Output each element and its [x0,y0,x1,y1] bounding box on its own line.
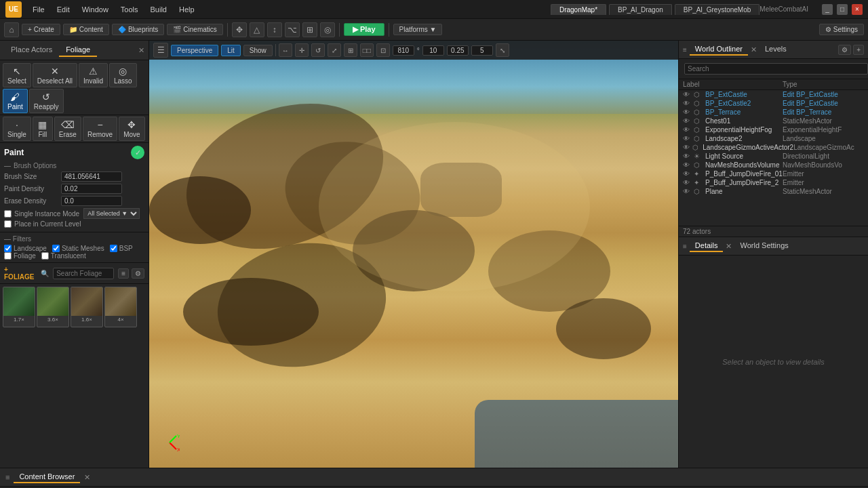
foliage-item-3[interactable]: 4× [104,287,137,327]
tab-content-browser[interactable]: Content Browser [14,471,80,483]
foliage-list-view-icon[interactable]: ≡ [118,268,129,279]
toolbar-home-icon[interactable]: ⌂ [4,22,19,37]
foliage-paint-btn[interactable]: 🖌 Paint [3,89,28,113]
ol-item-plane[interactable]: 👁 ⬡ Plane StaticMeshActor [679,187,868,196]
place-current-level-checkbox[interactable] [4,220,12,228]
scale-view-icon[interactable]: ⤢ [328,43,341,57]
foliage-single-btn[interactable]: · Single [3,117,31,141]
ol-item-buff-fire2[interactable]: 👁 ✦ P_Buff_JumpDiveFire_2 Emitter [679,178,868,187]
brush-size-input[interactable] [61,171,122,182]
camera-move-icon[interactable]: ↔ [279,43,292,57]
snap-grid-icon[interactable]: ⊞ [344,43,357,57]
menu-file[interactable]: File [27,4,50,15]
single-instance-checkbox[interactable] [4,210,12,218]
tab-foliage[interactable]: Foliage [59,43,97,57]
viewport[interactable]: ☰ Perspective Lit Show ↔ ✛ ↺ ⤢ ⊞ □□ ⊡ 81… [149,41,678,468]
tab-world-settings[interactable]: World Settings [734,240,793,252]
tab-bp-ai-greystone[interactable]: BP_AI_GreystoneMob [675,4,760,15]
tab-place-actors[interactable]: Place Actors [4,43,59,57]
cinematics-button[interactable]: 🎬 Cinematics [167,24,222,35]
snap-icon[interactable]: ⌥ [285,22,300,37]
ol-item-landscape-gizmo[interactable]: 👁 ⬡ LandscapeGizmoActiveActor2 Landscape… [679,143,868,152]
fullscreen-icon[interactable]: ⤡ [496,43,509,57]
content-button[interactable]: 📁 Content [63,24,109,35]
create-button[interactable]: + Create [22,24,60,35]
outliner-close-icon[interactable]: ✕ [751,45,757,54]
outliner-search-input[interactable] [684,63,868,75]
show-button[interactable]: Show [243,45,273,56]
translucent-checkbox[interactable] [41,252,49,260]
ol-item-navmesh[interactable]: 👁 ⬡ NavMeshBoundsVolume NavMeshBoundsVo [679,161,868,169]
menu-tools[interactable]: Tools [115,4,144,15]
foliage-select-btn[interactable]: ↖ Select [3,63,31,87]
actor-name-bp-extcastle[interactable]: BP_ExtCastle [705,91,783,98]
foliage-item-1[interactable]: 3.6× [37,287,69,327]
camera-icon[interactable]: ◎ [320,22,335,37]
maximize-button[interactable]: □ [837,4,848,15]
menu-build[interactable]: Build [145,4,172,15]
foliage-checkbox[interactable] [4,252,12,260]
ol-item-chest01[interactable]: 👁 ⬡ Chest01 StaticMeshActor [679,117,868,125]
ol-item-light-source[interactable]: 👁 ☀ Light Source DirectionalLight [679,152,868,161]
maximize-viewport-icon[interactable]: ⊡ [376,43,390,57]
settings-button[interactable]: ⚙ Settings [819,24,864,35]
minimize-button[interactable]: _ [822,4,833,15]
tab-levels[interactable]: Levels [760,43,792,56]
transform-icon[interactable]: ✥ [232,22,247,37]
tab-dragon-map[interactable]: DragonMap* [551,4,606,15]
foliage-deselect-btn[interactable]: ✕ Deselect All [33,63,77,87]
cb-close-icon[interactable]: ✕ [84,473,90,482]
ol-item-bp-extcastle2[interactable]: 👁 ⬡ BP_ExtCastle2 Edit BP_ExtCastle [679,99,868,108]
scale-icon[interactable]: ↕ [267,22,282,37]
bsp-checkbox[interactable] [110,245,117,252]
platforms-button[interactable]: Platforms ▼ [393,24,443,35]
translate-icon[interactable]: ✛ [295,43,309,57]
tab-bp-ai-dragon[interactable]: BP_AI_Dragon [609,4,672,15]
static-meshes-checkbox[interactable] [52,245,60,252]
lit-button[interactable]: Lit [221,45,241,56]
foliage-reapply-btn[interactable]: ↺ Reapply [29,89,64,113]
foliage-fill-btn[interactable]: ▦ Fill [33,117,53,141]
actor-name-light-source[interactable]: Light Source [705,152,783,160]
details-close-icon[interactable]: ✕ [726,242,732,251]
tab-details[interactable]: Details [690,240,724,252]
actor-name-plane[interactable]: Plane [705,188,783,195]
actor-name-fire2[interactable]: P_Buff_JumpDiveFire_2 [705,179,783,186]
actor-name-bp-terrace[interactable]: BP_Terrace [705,108,783,116]
actor-name-fire1[interactable]: P_Buff_JumpDiveFire_01 [705,170,783,178]
actor-name-gizmo[interactable]: LandscapeGizmoActiveActor2 [703,144,793,151]
foliage-item-2[interactable]: 1.6× [71,287,103,327]
viewport-hamburger-icon[interactable]: ☰ [153,43,168,58]
menu-window[interactable]: Window [77,4,114,15]
foliage-lasso-btn[interactable]: ◎ Lasso [109,63,137,87]
ol-item-bp-terrace[interactable]: 👁 ⬡ BP_Terrace Edit BP_Terrace [679,108,868,117]
foliage-invalid-btn[interactable]: ⚠ Invalid [79,63,108,87]
paint-active-button[interactable]: ✓ [131,146,144,159]
ol-item-landscape2[interactable]: 👁 ⬡ Landscape2 Landscape [679,134,868,143]
foliage-search-input[interactable] [53,268,114,279]
tab-world-outliner[interactable]: World Outliner [690,43,748,56]
actor-name-navmesh[interactable]: NavMeshBoundsVolume [705,161,783,169]
menu-help[interactable]: Help [174,4,200,15]
menu-edit[interactable]: Edit [52,4,75,15]
left-panel-close[interactable]: ✕ [138,46,144,55]
outliner-list-icon[interactable]: + [853,45,864,55]
rotate-icon[interactable]: △ [250,22,264,37]
actor-name-fog[interactable]: ExponentialHeightFog [705,126,783,134]
foliage-settings-icon[interactable]: ⚙ [132,268,144,279]
outliner-settings-icon[interactable]: ⚙ [838,45,851,55]
ol-item-buff-fire1[interactable]: 👁 ✦ P_Buff_JumpDiveFire_01 Emitter [679,169,868,178]
rotate-view-icon[interactable]: ↺ [311,43,325,57]
landscape-checkbox[interactable] [4,245,12,252]
paint-density-input[interactable] [61,184,122,194]
view-options-icon[interactable]: □□ [360,43,374,57]
actor-name-bp-extcastle2[interactable]: BP_ExtCastle2 [705,100,783,107]
foliage-remove-btn[interactable]: − Remove [83,117,117,141]
blueprints-button[interactable]: 🔷 Blueprints [112,24,164,35]
play-button[interactable]: ▶ Play [344,23,384,36]
actor-name-landscape2[interactable]: Landscape2 [705,135,783,142]
ol-item-exp-fog[interactable]: 👁 ⬡ ExponentialHeightFog ExponentialHeig… [679,125,868,134]
erase-density-input[interactable] [61,196,122,206]
foliage-erase-btn[interactable]: ⌫ Erase [54,117,81,141]
foliage-item-0[interactable]: 1.7× [3,287,35,327]
